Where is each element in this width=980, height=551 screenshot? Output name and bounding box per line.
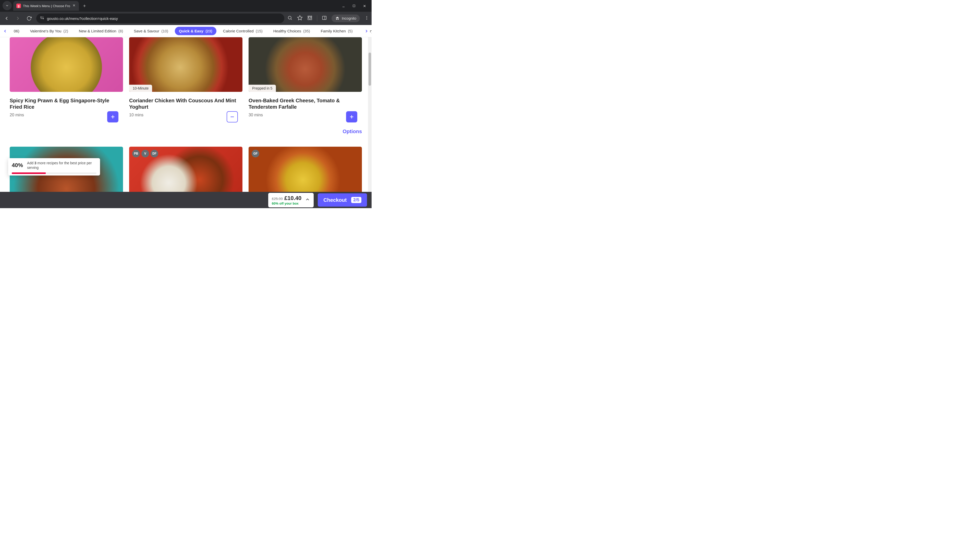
reload-icon [27,16,32,21]
incognito-badge[interactable]: Incognito [331,14,360,22]
svg-point-18 [366,17,367,18]
category-pill-new-limited[interactable]: New & Limited Edition (8) [75,27,127,35]
browser-tab-strip: g This Week's Menu | Choose Fro [0,0,372,12]
category-bar: 06) Valentine's By You (2) New & Limited… [0,25,372,37]
arrow-right-icon [15,16,21,21]
plus-icon [349,114,355,120]
search-icon [287,15,293,21]
panel-icon [322,15,327,21]
chevron-left-icon [3,29,7,33]
maximize-icon [352,4,355,7]
recipe-title: Coriander Chicken With Couscous And Mint… [129,97,242,110]
category-pill-valentines[interactable]: Valentine's By You (2) [26,27,72,35]
diet-badge: DF [151,150,158,157]
svg-marker-14 [298,16,302,20]
forward-button[interactable] [14,14,22,22]
checkout-button[interactable]: Checkout 2/5 [318,193,367,206]
category-pill-healthy[interactable]: Healthy Choices (35) [269,27,314,35]
food-photo [248,37,362,92]
new-price: £10.40 [284,195,301,202]
svg-rect-5 [353,5,355,7]
recipe-card[interactable]: Prepped in 5 Oven-Baked Greek Cheese, To… [248,37,362,118]
reload-button[interactable] [25,14,33,22]
recipe-title: Oven-Baked Greek Cheese, Tomato & Tender… [248,97,362,110]
recipe-image: 10-Minute [129,37,242,92]
scrollbar-track[interactable] [368,37,372,192]
progress-fill [12,172,46,174]
close-icon [363,4,366,8]
recipe-title: Spicy King Prawn & Egg Singapore-Style F… [10,97,123,110]
add-recipe-button[interactable] [346,111,357,122]
svg-point-17 [366,16,367,17]
remove-recipe-button[interactable] [227,111,238,122]
expand-price-button[interactable] [305,197,310,203]
category-pill-family[interactable]: Family Kitchen (5) [317,27,357,35]
incognito-icon [335,16,340,21]
close-icon [72,3,76,7]
svg-line-13 [291,19,292,20]
kebab-icon [364,16,369,20]
recipe-count-badge: 2/5 [351,197,361,203]
diet-badges: GF [251,150,259,157]
progress-percent: 40% [12,162,23,168]
tab-title: This Week's Menu | Choose Fro [23,4,70,8]
back-button[interactable] [3,14,11,22]
svg-point-19 [366,19,367,20]
discount-text: 60% off your box [272,202,299,205]
window-controls [342,4,372,12]
svg-point-12 [288,16,291,19]
puzzle-icon [307,15,312,21]
plus-icon [110,114,116,120]
search-button[interactable] [287,15,293,21]
close-tab-button[interactable] [72,3,76,8]
bookmark-button[interactable] [297,15,303,22]
recipe-time: 20 mins [10,113,123,118]
category-pill-quick-easy[interactable]: Quick & Easy (23) [175,27,216,35]
favicon: g [16,3,21,8]
recipe-card[interactable]: Spicy King Prawn & Egg Singapore-Style F… [10,37,123,118]
checkout-bar: £25.99 £10.40 60% off your box Checkout … [0,192,372,208]
incognito-label: Incognito [342,16,356,21]
diet-badge: V [142,150,149,157]
browser-toolbar: gousto.co.uk/menu?collection=quick-easy … [0,12,372,25]
plus-icon [83,4,86,8]
recipe-time: 30 mins [248,113,362,118]
diet-badge: PB [132,150,140,157]
new-tab-button[interactable] [80,2,89,10]
recipe-tag: Prepped in 5 [248,85,276,92]
category-pill-save-savour[interactable]: Save & Savour (10) [130,27,172,35]
svg-point-8 [41,17,41,17]
close-window-button[interactable] [363,4,366,9]
address-bar[interactable]: gousto.co.uk/menu?collection=quick-easy [36,14,284,23]
url-text: gousto.co.uk/menu?collection=quick-easy [47,16,118,21]
options-link[interactable]: Options [10,129,362,135]
food-photo [10,37,123,92]
scroll-categories-right[interactable] [363,27,370,35]
recipe-card[interactable]: 10-Minute Coriander Chicken With Couscou… [129,37,242,118]
add-recipe-button[interactable] [107,111,118,122]
chevron-right-icon [364,29,369,33]
price-summary[interactable]: £25.99 £10.40 60% off your box [268,193,313,207]
browser-tab[interactable]: g This Week's Menu | Choose Fro [13,1,79,11]
scrollbar-thumb[interactable] [369,52,371,86]
category-pill-calorie[interactable]: Calorie Controlled (15) [219,27,267,35]
recipe-tag: 10-Minute [129,85,152,92]
site-settings-icon[interactable] [40,16,45,21]
progress-bar [12,172,97,174]
minimize-button[interactable] [342,4,345,9]
category-pill-partial-left[interactable]: 06) [10,27,24,35]
star-icon [297,15,303,21]
tooltip-text: Add 3 more recipes for the best price pe… [27,161,97,170]
maximize-button[interactable] [352,4,355,9]
minus-icon [229,114,235,120]
recipe-time: 10 mins [129,113,242,118]
diet-badges: PB V DF [132,150,158,157]
tab-search-button[interactable] [3,1,12,10]
old-price: £25.99 [272,197,283,201]
recipes-content[interactable]: Spicy King Prawn & Egg Singapore-Style F… [0,37,372,208]
scroll-categories-left[interactable] [2,27,9,35]
arrow-left-icon [4,16,10,21]
menu-button[interactable] [364,16,369,21]
sidepanel-button[interactable] [322,15,327,21]
extensions-button[interactable] [307,15,312,21]
